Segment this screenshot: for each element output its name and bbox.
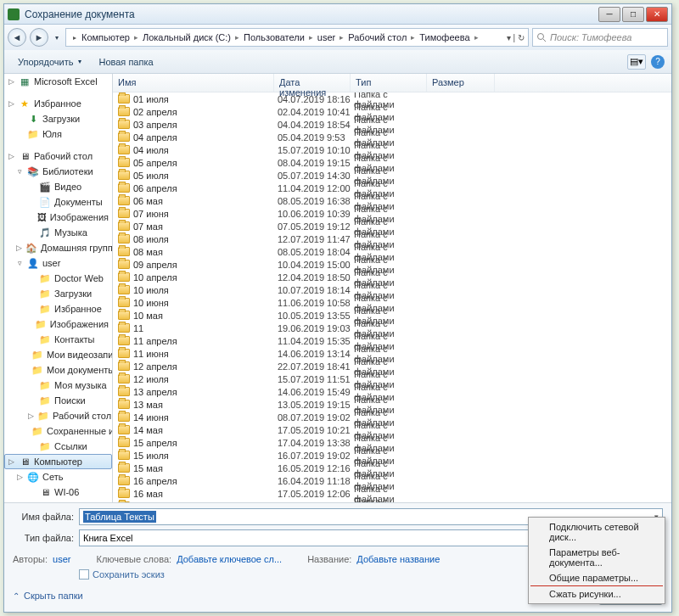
folder-icon (118, 132, 130, 142)
folder-icon (118, 158, 130, 167)
back-button[interactable]: ◄ (8, 28, 26, 47)
folder-icon (118, 120, 130, 129)
titlebar: Сохранение документа ─ □ ✕ (4, 4, 671, 25)
hide-folders-button[interactable]: ⌃Скрыть папки (13, 591, 83, 601)
folder-icon (118, 260, 130, 269)
tree-item[interactable]: 🖼Изображения (4, 210, 112, 225)
file-list[interactable]: Имя Дата изменения Тип Размер 01 июля04.… (113, 74, 671, 502)
keywords-value[interactable]: Добавьте ключевое сл... (177, 554, 282, 564)
folder-icon (118, 400, 130, 409)
search-input[interactable]: Поиск: Тимофеева (532, 28, 668, 47)
tree-item[interactable]: 📁Изображения (4, 316, 112, 332)
authors-value[interactable]: user (53, 554, 70, 564)
folder-icon (118, 272, 130, 282)
maximize-button[interactable]: □ (622, 7, 644, 22)
tree-item[interactable]: ▷🖥Компьютер (4, 454, 112, 469)
close-button[interactable]: ✕ (646, 7, 668, 22)
tree-item[interactable]: ▷🌐Сеть (4, 469, 112, 484)
tree-item[interactable]: 📁Юля (4, 126, 112, 142)
filename-label: Имя файла: (13, 512, 79, 522)
column-headers[interactable]: Имя Дата изменения Тип Размер (113, 74, 671, 92)
folder-icon (118, 489, 130, 498)
tree-item[interactable]: 📁Мои документь (4, 362, 112, 378)
tree-item[interactable]: ⬇Загрузки (4, 111, 112, 126)
folder-icon (118, 349, 130, 358)
folder-icon (118, 234, 130, 244)
folder-icon (118, 463, 130, 473)
folder-icon (118, 425, 130, 434)
tree-item[interactable]: 🎬Видео (4, 179, 112, 194)
tree-item[interactable]: 📁Ссылки (4, 439, 112, 454)
folder-icon (118, 451, 130, 460)
folder-icon (118, 285, 130, 294)
col-name[interactable]: Имя (113, 74, 274, 92)
tree-item[interactable]: ▷📁Рабочий стол (4, 408, 112, 423)
tree-item[interactable]: ▷🏠Домашняя групп (4, 240, 112, 255)
search-placeholder: Поиск: Тимофеева (550, 32, 631, 42)
folder-icon (118, 361, 130, 371)
folder-icon (118, 221, 130, 231)
ctx-map-drive[interactable]: Подключить сетевой диск... (530, 519, 663, 545)
tree-item[interactable]: ▿📚Библиотеки (4, 164, 112, 179)
folder-icon (118, 94, 130, 104)
ctx-general-options[interactable]: Общие параметры... (530, 570, 663, 586)
window-title: Сохранение документа (25, 8, 598, 20)
navbar: ◄ ► ▾ ▸ Компьютер▸ Локальный диск (C:)▸ … (4, 25, 671, 50)
folder-icon (118, 247, 130, 256)
title-value[interactable]: Добавьте название (356, 554, 440, 564)
tree-item[interactable]: ▷🖥Рабочий стол (4, 148, 112, 164)
authors-label: Авторы: (13, 554, 48, 564)
tree-item[interactable]: 📁Загрузки (4, 286, 112, 301)
svg-point-0 (538, 34, 544, 40)
svg-line-1 (543, 39, 546, 42)
tree-item[interactable]: 📁Моя музыка (4, 378, 112, 393)
app-icon (8, 8, 20, 20)
toolbar: Упорядочить Новая папка ▤▾ ? (4, 50, 671, 74)
folder-icon (118, 387, 130, 396)
tree-item[interactable]: ▷★Избранное (4, 96, 112, 111)
folder-icon (118, 145, 130, 154)
folder-icon (118, 501, 130, 502)
minimize-button[interactable]: ─ (598, 7, 620, 22)
keywords-label: Ключевые слова: (96, 554, 171, 564)
folder-icon (118, 107, 130, 116)
tree-item[interactable]: ▿👤user (4, 255, 112, 271)
folder-icon (118, 196, 130, 205)
tree-item[interactable]: 📁Поиски (4, 393, 112, 408)
folder-icon (118, 476, 130, 485)
search-icon (536, 32, 547, 42)
folder-icon (118, 438, 130, 447)
col-size[interactable]: Размер (427, 74, 495, 92)
history-dropdown[interactable]: ▾ (52, 28, 62, 47)
new-folder-button[interactable]: Новая папка (92, 54, 160, 70)
tree-item[interactable]: 📁Контакты (4, 332, 112, 347)
folder-icon (118, 183, 130, 193)
tree-item[interactable]: 📁Doctor Web (4, 271, 112, 286)
forward-button[interactable]: ► (30, 28, 48, 47)
tree-item[interactable]: 🖥WI-06 (4, 484, 112, 500)
help-button[interactable]: ? (651, 55, 665, 69)
folder-icon (118, 209, 130, 218)
folder-icon (118, 171, 130, 180)
folder-icon (118, 412, 130, 422)
tools-context-menu: Подключить сетевой диск... Параметры веб… (528, 517, 665, 604)
col-type[interactable]: Тип (351, 74, 427, 92)
sidebar[interactable]: ▷▦Microsoft Excel▷★Избранное⬇Загрузки📁Юл… (4, 74, 113, 502)
tree-item[interactable]: 📁Избранное (4, 301, 112, 316)
folder-icon (118, 298, 130, 307)
title-label: Название: (307, 554, 351, 564)
filetype-label: Тип файла: (13, 533, 79, 543)
tree-item[interactable]: 🎵Музыка (4, 225, 112, 240)
tree-item[interactable]: 📄Документы (4, 194, 112, 210)
breadcrumb[interactable]: ▸ Компьютер▸ Локальный диск (C:)▸ Пользо… (65, 28, 529, 47)
tree-item[interactable]: 📁Мои видеозапи (4, 347, 112, 362)
ctx-web-options[interactable]: Параметры веб-документа... (530, 545, 663, 570)
view-button[interactable]: ▤▾ (627, 54, 646, 70)
folder-icon (118, 374, 130, 384)
col-date[interactable]: Дата изменения (274, 74, 351, 92)
ctx-compress-pics[interactable]: Сжать рисунки... (530, 586, 663, 602)
tree-item[interactable]: ▷▦Microsoft Excel (4, 74, 112, 89)
folder-icon (118, 336, 130, 345)
tree-item[interactable]: 📁Сохраненные и (4, 423, 112, 439)
organize-button[interactable]: Упорядочить (11, 54, 88, 70)
